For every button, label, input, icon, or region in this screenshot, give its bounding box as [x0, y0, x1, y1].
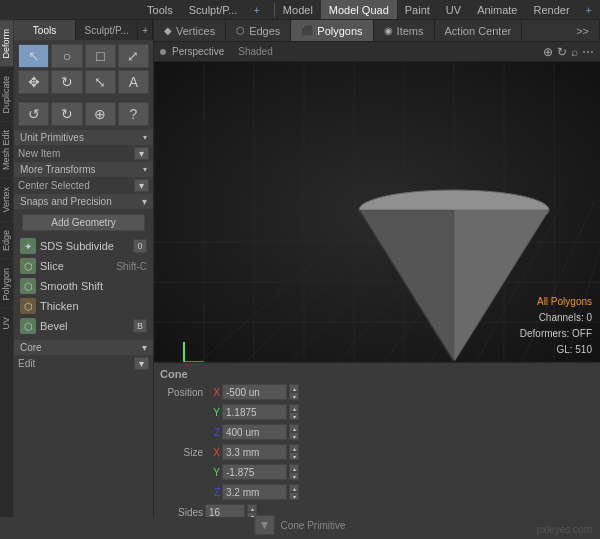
unit-primitives-header[interactable]: Unit Primitives ▾ [14, 130, 153, 145]
size-y-label: Y [205, 467, 220, 478]
tool-scale[interactable]: ⤡ [85, 70, 116, 94]
pos-y-stepper[interactable]: ▴▾ [289, 404, 299, 420]
vertices-icon: ◆ [164, 25, 172, 36]
add-geometry-btn[interactable]: Add Geometry [22, 214, 145, 231]
tool-grid-1: ↖ ○ □ ⤢ ✥ ↻ ⤡ A [14, 40, 153, 98]
snaps-arrow: ▾ [142, 196, 147, 207]
component-tab-bar: ◆ Vertices ⬡ Edges ⬛ Polygons ◉ Items Ac… [154, 20, 600, 42]
pos-x-stepper[interactable]: ▴▾ [289, 384, 299, 400]
tool-extra3[interactable]: ⊕ [85, 102, 116, 126]
items-icon: ◉ [384, 25, 393, 36]
edit-dropdown[interactable]: ▾ [134, 357, 149, 370]
vtab-polygon[interactable]: Polygon [0, 259, 13, 309]
menu-add2[interactable]: + [578, 0, 600, 19]
menu-animate[interactable]: Animate [469, 0, 525, 19]
viewport-container: ◆ Vertices ⬡ Edges ⬛ Polygons ◉ Items Ac… [154, 20, 600, 517]
size-x-row: Size X 3.3 mm ▴▾ [158, 443, 299, 461]
tool-square[interactable]: □ [85, 44, 116, 68]
tool-extra1[interactable]: ↺ [18, 102, 49, 126]
slice-label: Slice [40, 260, 64, 272]
size-z-stepper[interactable]: ▴▾ [289, 484, 299, 500]
tool-cursor[interactable]: ↖ [18, 44, 49, 68]
tool-move[interactable]: ✥ [18, 70, 49, 94]
more-transforms-header[interactable]: More Transforms ▾ [14, 162, 153, 177]
tab-edges[interactable]: ⬡ Edges [226, 20, 291, 41]
edit-row: Edit ▾ [14, 355, 153, 372]
core-label: Core [20, 342, 42, 353]
tool-extra2[interactable]: ↻ [51, 102, 82, 126]
vtab-vertex[interactable]: Vertex [0, 178, 13, 221]
viewport-icon-search[interactable]: ⌕ [571, 45, 578, 59]
sidebar-tab-sculpt[interactable]: Sculpt/P... [76, 20, 138, 40]
more-transforms-arrow: ▾ [143, 165, 147, 174]
menu-sculpt[interactable]: Sculpt/P... [181, 0, 246, 19]
slice-shortcut: Shift-C [116, 261, 147, 272]
size-x-value[interactable]: 3.3 mm [222, 444, 287, 460]
vtab-deform[interactable]: Deform [0, 20, 13, 67]
pos-z-value[interactable]: 400 um [222, 424, 287, 440]
new-item-label: New Item [18, 148, 60, 159]
tool-circle[interactable]: ○ [51, 44, 82, 68]
viewport-header: Perspective Shaded ⊕ ↻ ⌕ ⋯ [154, 42, 600, 62]
sidebar-tab-add[interactable]: + [138, 20, 153, 40]
pos-x-row: Position X -500 un ▴▾ [158, 383, 299, 401]
viewport-icon-more[interactable]: ⋯ [582, 45, 594, 59]
snaps-label: Snaps and Precision [20, 196, 112, 207]
tool-text[interactable]: A [118, 70, 149, 94]
vtab-uv[interactable]: UV [0, 308, 13, 338]
snaps-header[interactable]: Snaps and Precision ▾ [14, 194, 153, 209]
main-layout: Deform Duplicate Mesh Edit Vertex Edge P… [0, 20, 600, 517]
pos-y-value[interactable]: 1.1875 [222, 404, 287, 420]
sidebar-tab-tools[interactable]: Tools [14, 20, 76, 40]
tool-smooth-shift[interactable]: ⬡ Smooth Shift [14, 276, 153, 296]
properties-panel: Cone Position X -500 un ▴▾ Y 1.1875 ▴▾ [154, 363, 600, 517]
menu-tools[interactable]: Tools [139, 0, 181, 19]
tool-extra4[interactable]: ? [118, 102, 149, 126]
viewport-icon-refresh[interactable]: ↻ [557, 45, 567, 59]
pos-z-stepper[interactable]: ▴▾ [289, 424, 299, 440]
menu-add[interactable]: + [245, 0, 267, 19]
cone-icon: ▼ [254, 515, 274, 517]
stat-channels: Channels: 0 [520, 310, 592, 326]
center-selected-btn[interactable]: ▾ [134, 179, 149, 192]
vtab-duplicate[interactable]: Duplicate [0, 67, 13, 122]
tool-lasso[interactable]: ⤢ [118, 44, 149, 68]
tool-rotate[interactable]: ↻ [51, 70, 82, 94]
tab-polygons[interactable]: ⬛ Polygons [291, 20, 373, 41]
menu-render[interactable]: Render [525, 0, 577, 19]
size-y-value[interactable]: -1.875 [222, 464, 287, 480]
cone-title: Cone [158, 367, 299, 381]
bevel-icon: ⬡ [20, 318, 36, 334]
pos-z-label: Z [205, 427, 220, 438]
tool-slice[interactable]: ⬡ Slice Shift-C [14, 256, 153, 276]
center-selected-row: Center Selected ▾ [14, 177, 153, 194]
tab-more[interactable]: >> [566, 20, 600, 41]
viewport-icon-home[interactable]: ⊕ [543, 45, 553, 59]
vtab-mesh-edit[interactable]: Mesh Edit [0, 121, 13, 178]
size-x-stepper[interactable]: ▴▾ [289, 444, 299, 460]
pos-z-row: Z 400 um ▴▾ [158, 423, 299, 441]
tab-action-center[interactable]: Action Center [435, 20, 523, 41]
pos-x-label: X [205, 387, 220, 398]
sides-value[interactable]: 16 [205, 504, 245, 517]
menu-uv[interactable]: UV [438, 0, 469, 19]
tab-items[interactable]: ◉ Items [374, 20, 435, 41]
viewport-icons: ⊕ ↻ ⌕ ⋯ [543, 45, 594, 59]
size-y-stepper[interactable]: ▴▾ [289, 464, 299, 480]
menu-model[interactable]: Model [275, 0, 321, 19]
sds-badge: 0 [133, 239, 147, 253]
tool-thicken[interactable]: ⬡ Thicken [14, 296, 153, 316]
tool-sds-subdivide[interactable]: ✦ SDS Subdivide 0 [14, 236, 153, 256]
new-item-btn[interactable]: ▾ [134, 147, 149, 160]
core-header[interactable]: Core ▾ [14, 340, 153, 355]
vtab-edge[interactable]: Edge [0, 221, 13, 259]
size-z-value[interactable]: 3.2 mm [222, 484, 287, 500]
viewport-stats: All Polygons Channels: 0 Deformers: OFF … [520, 294, 592, 358]
menu-model-quad[interactable]: Model Quad [321, 0, 397, 19]
bevel-badge: B [133, 319, 147, 333]
edit-label: Edit [18, 358, 35, 369]
tool-bevel[interactable]: ⬡ Bevel B [14, 316, 153, 336]
tab-vertices[interactable]: ◆ Vertices [154, 20, 226, 41]
pos-x-value[interactable]: -500 un [222, 384, 287, 400]
menu-paint[interactable]: Paint [397, 0, 438, 19]
